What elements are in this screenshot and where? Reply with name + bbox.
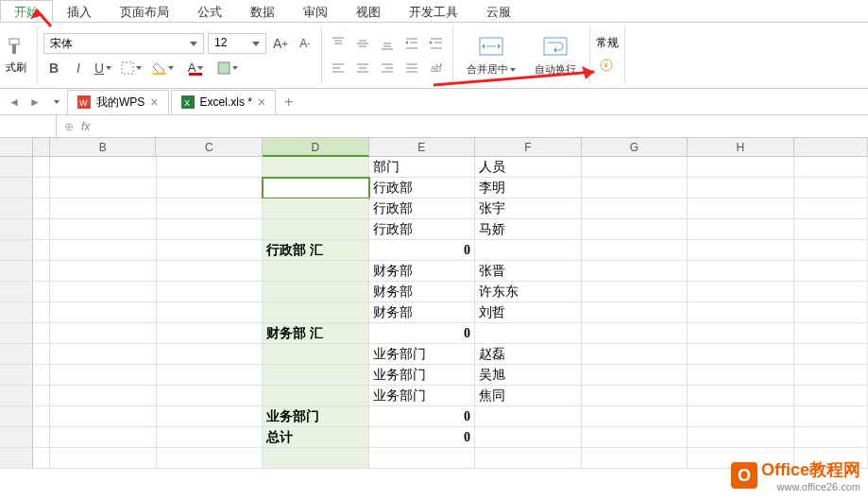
cell[interactable]: [582, 344, 689, 365]
col-header-e[interactable]: E: [369, 138, 476, 157]
cell[interactable]: [688, 386, 794, 406]
cell[interactable]: 行政部: [369, 198, 476, 219]
cell[interactable]: 总计: [263, 427, 369, 448]
row-header[interactable]: [0, 219, 33, 240]
cell[interactable]: [688, 219, 794, 240]
cell[interactable]: 行政部: [369, 178, 476, 198]
row-header[interactable]: [0, 178, 33, 198]
cell[interactable]: [33, 323, 50, 344]
fill-color-button[interactable]: [149, 58, 178, 78]
cell[interactable]: [688, 198, 794, 219]
indent-increase-icon[interactable]: [426, 33, 447, 54]
col-header-d[interactable]: D: [263, 138, 369, 157]
cell[interactable]: 0: [369, 323, 476, 344]
cell[interactable]: [33, 365, 50, 386]
cell[interactable]: 业务部门: [369, 386, 476, 406]
cell[interactable]: [263, 302, 369, 323]
col-header-c[interactable]: C: [156, 138, 263, 157]
select-all-corner[interactable]: [0, 138, 33, 157]
cell[interactable]: [33, 282, 50, 302]
indent-decrease-icon[interactable]: [401, 33, 422, 54]
cell[interactable]: 马娇: [475, 219, 582, 240]
cell[interactable]: 行政部: [369, 219, 476, 240]
cell[interactable]: [688, 302, 794, 323]
cell[interactable]: [263, 344, 369, 365]
cell[interactable]: [688, 240, 794, 261]
cell[interactable]: [50, 427, 157, 448]
cell[interactable]: [582, 198, 689, 219]
cell[interactable]: [688, 323, 794, 344]
cell[interactable]: [50, 240, 157, 261]
font-name-select[interactable]: 宋体: [43, 33, 204, 54]
cell[interactable]: [794, 302, 868, 323]
align-justify-icon[interactable]: [401, 58, 422, 78]
cell[interactable]: [33, 219, 50, 240]
cell[interactable]: [33, 427, 50, 448]
cell[interactable]: [794, 178, 868, 198]
cell[interactable]: [582, 365, 689, 386]
cell[interactable]: 行政部 汇: [263, 240, 369, 261]
cell[interactable]: [582, 323, 689, 344]
cell[interactable]: 业务部门: [369, 365, 476, 386]
cell[interactable]: [33, 448, 50, 469]
nav-forward-icon[interactable]: ►: [25, 92, 45, 112]
cell[interactable]: [794, 198, 868, 219]
nav-dropdown-icon[interactable]: [45, 92, 66, 112]
wrap-text-button[interactable]: 自动换行: [527, 26, 584, 84]
align-left-icon[interactable]: [328, 58, 349, 78]
cell[interactable]: 业务部门: [369, 344, 476, 365]
row-header[interactable]: [0, 344, 33, 365]
cell[interactable]: [33, 157, 50, 178]
cell[interactable]: [582, 302, 689, 323]
row-header[interactable]: [0, 386, 33, 406]
cell[interactable]: [794, 157, 868, 178]
cell[interactable]: [157, 406, 264, 427]
cell[interactable]: [263, 178, 369, 198]
close-icon[interactable]: ×: [150, 95, 158, 110]
menu-tab-review[interactable]: 审阅: [289, 0, 342, 22]
cell[interactable]: [50, 198, 157, 219]
cell[interactable]: [50, 261, 157, 282]
cell[interactable]: [582, 427, 689, 448]
cell[interactable]: [157, 386, 264, 406]
close-icon[interactable]: ×: [258, 95, 265, 110]
cell[interactable]: [33, 344, 50, 365]
cell[interactable]: [50, 406, 157, 427]
menu-tab-formula[interactable]: 公式: [183, 0, 236, 22]
cell[interactable]: [688, 157, 794, 178]
row-header[interactable]: [0, 261, 33, 282]
cell[interactable]: [157, 219, 264, 240]
row-header[interactable]: [0, 157, 33, 178]
cell[interactable]: [582, 240, 689, 261]
cell[interactable]: [33, 406, 50, 427]
cell[interactable]: [50, 323, 157, 344]
cell[interactable]: [582, 157, 689, 178]
cell[interactable]: [582, 178, 689, 198]
cell[interactable]: 财务部: [369, 302, 476, 323]
cell[interactable]: [475, 406, 582, 427]
cell[interactable]: [50, 386, 157, 406]
zoom-icon[interactable]: ⊕: [64, 120, 74, 133]
currency-icon[interactable]: ¥: [596, 55, 617, 76]
cell[interactable]: 部门: [369, 157, 476, 178]
cell[interactable]: 许东东: [475, 282, 582, 302]
cell[interactable]: [50, 344, 157, 365]
underline-button[interactable]: U: [93, 58, 113, 78]
cell[interactable]: 财务部: [369, 282, 476, 302]
cell[interactable]: 赵磊: [475, 344, 582, 365]
cell[interactable]: [263, 261, 369, 282]
cell[interactable]: [794, 219, 868, 240]
cell[interactable]: [157, 157, 264, 178]
row-header[interactable]: [0, 302, 33, 323]
cell[interactable]: [50, 302, 157, 323]
align-right-icon[interactable]: [377, 58, 398, 78]
cell[interactable]: [794, 344, 868, 365]
cell[interactable]: [582, 406, 689, 427]
format-painter-icon[interactable]: [6, 36, 26, 57]
cell[interactable]: [582, 261, 689, 282]
cell[interactable]: [50, 219, 157, 240]
row-header[interactable]: [0, 323, 33, 344]
row-header[interactable]: [0, 448, 33, 469]
row-header[interactable]: [0, 240, 33, 261]
cell[interactable]: 0: [369, 240, 476, 261]
